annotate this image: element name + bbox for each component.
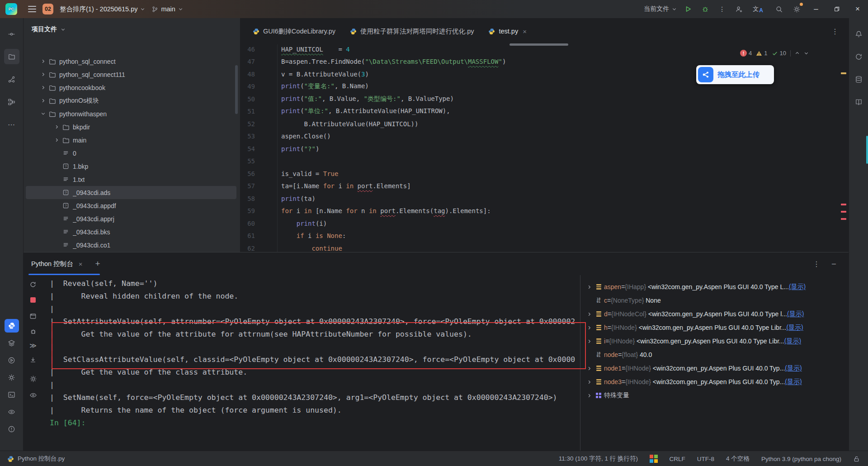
new-console-button[interactable]: +	[95, 259, 100, 269]
tree-item[interactable]: _0943cdi.apprj	[26, 212, 236, 225]
chevron-right-icon[interactable]	[53, 124, 60, 129]
tree-item[interactable]: ?_0943cdi.appdf	[26, 199, 236, 212]
python-packages-icon[interactable]	[5, 336, 19, 350]
passed-count[interactable]: 10	[772, 50, 786, 57]
chevron-down-icon[interactable]	[39, 111, 47, 116]
tab-options-button[interactable]: ⋮	[831, 27, 849, 36]
window-restore-button[interactable]	[826, 0, 847, 18]
chevron-right-icon[interactable]	[53, 138, 60, 143]
show-value-link[interactable]: (显示)	[786, 323, 803, 332]
error-count[interactable]: !4	[740, 50, 752, 57]
variable-row[interactable]: aspen = {IHapp} <win32com.gen_py.Aspen P…	[580, 280, 849, 294]
show-value-link[interactable]: (显示)	[785, 378, 802, 386]
indent-setting[interactable]: 4 个空格	[726, 455, 750, 463]
notifications-bell-icon[interactable]	[851, 26, 867, 42]
chevron-right-icon[interactable]	[585, 366, 593, 371]
editor-tab-1[interactable]: 使用粒子群算法对两塔同时进行优化.py	[343, 18, 481, 44]
run-button[interactable]	[679, 0, 697, 18]
chevron-right-icon[interactable]	[585, 393, 593, 398]
inspections-widget[interactable]: !4 1 10	[740, 50, 809, 57]
chevron-right-icon[interactable]	[39, 59, 47, 64]
console-minimize-icon[interactable]: –	[832, 260, 836, 268]
variable-row[interactable]: 1001c = {NoneType} None	[580, 294, 849, 307]
next-problem-chevron-down-icon[interactable]	[804, 51, 809, 56]
stripe-warning-mark[interactable]	[841, 72, 846, 74]
window-minimize-button[interactable]: –	[806, 0, 826, 18]
chevron-right-icon[interactable]	[585, 325, 593, 330]
more-tool-windows-icon[interactable]: ⋯	[4, 117, 19, 132]
rerun-console-icon[interactable]	[28, 280, 38, 290]
show-value-link[interactable]: (显示)	[787, 310, 804, 318]
terminal-icon[interactable]	[5, 388, 19, 401]
chevron-right-icon[interactable]	[585, 312, 593, 317]
variable-row[interactable]: h = {IHNode} <win32com.gen_py.Aspen Plus…	[580, 321, 849, 334]
chevron-right-icon[interactable]	[585, 339, 593, 344]
console-options-icon[interactable]: ⋮	[813, 260, 820, 268]
prev-problem-chevron-up-icon[interactable]	[795, 51, 800, 56]
upload-overlay-button[interactable]: 拖拽至此上传	[696, 65, 774, 84]
variable-row[interactable]: d = {IHNodeCol} <win32com.gen_py.Aspen P…	[580, 307, 849, 321]
project-selector[interactable]: 整合排序(1) - 20250615.py	[60, 5, 145, 14]
chevron-right-icon[interactable]	[39, 85, 47, 90]
branch-selector[interactable]: main	[151, 5, 183, 13]
show-value-link[interactable]: (显示)	[784, 337, 801, 345]
ai-assistant-icon[interactable]	[851, 49, 867, 64]
caret-position[interactable]: 11:30 (100 字符, 1 行 换行符)	[559, 455, 638, 463]
tree-item[interactable]: pythoncookbook	[26, 81, 236, 94]
open-frame-icon[interactable]	[28, 311, 38, 321]
editor-tab-2[interactable]: test.py×	[481, 18, 533, 44]
code-with-me-button[interactable]	[730, 0, 748, 18]
tree-item[interactable]: ?_0943cdi.ads	[26, 186, 236, 199]
show-value-link[interactable]: (显示)	[789, 283, 806, 291]
interpreter[interactable]: Python 3.9 (python pa chong)	[761, 456, 841, 462]
window-close-button[interactable]: ×	[847, 0, 868, 18]
attach-debugger-icon[interactable]	[28, 326, 38, 336]
tree-item[interactable]: python_sql_connect111	[26, 68, 236, 81]
tree-item[interactable]: ?1.bkp	[26, 160, 236, 173]
search-everywhere-button[interactable]	[770, 0, 788, 18]
show-variables-icon[interactable]	[28, 390, 38, 400]
learn-icon[interactable]	[851, 94, 867, 109]
database-icon[interactable]	[851, 71, 867, 87]
project-panel-header[interactable]: 项目文件	[23, 18, 240, 41]
show-value-link[interactable]: (显示)	[785, 364, 802, 372]
variable-row[interactable]: 1001node = {float} 40.0	[580, 348, 849, 361]
python-console-icon[interactable]	[5, 319, 19, 333]
line-ending[interactable]: CRLF	[670, 456, 685, 462]
tree-item[interactable]: pythonOs模块	[26, 94, 236, 107]
tree-item[interactable]: bkpdir	[26, 120, 236, 133]
console-prompt[interactable]: In [64]:	[50, 417, 580, 429]
variable-row[interactable]: 特殊变量	[580, 389, 849, 402]
tree-item[interactable]: _0943cdi.co1	[26, 238, 236, 252]
stripe-error-mark[interactable]	[841, 211, 846, 213]
variable-row[interactable]: node1 = {IHNode} <win32com.gen_py.Aspen …	[580, 361, 849, 375]
tree-item[interactable]: 0	[26, 147, 236, 160]
variable-row[interactable]: node3 = {IHNode} <win32com.gen_py.Aspen …	[580, 375, 849, 389]
status-file[interactable]: Python 控制台.py	[0, 455, 65, 463]
tree-item[interactable]: python_sql_connect	[26, 55, 236, 68]
project-badge[interactable]: 02	[42, 4, 53, 14]
main-menu-icon[interactable]	[28, 6, 36, 12]
commit-icon[interactable]	[4, 26, 19, 42]
settings-button[interactable]	[788, 0, 806, 18]
translate-button[interactable]: 文A	[748, 0, 770, 18]
encoding[interactable]: UTF-8	[697, 456, 714, 462]
run-config-selector[interactable]: 当前文件	[639, 0, 679, 18]
tree-item[interactable]: main	[26, 133, 236, 147]
pull-requests-icon[interactable]	[4, 71, 19, 87]
tree-item[interactable]: 1.txt	[26, 173, 236, 186]
tree-item[interactable]: pythonwithaspen	[26, 107, 236, 120]
chevron-right-icon[interactable]	[39, 98, 47, 103]
stripe-error-mark[interactable]	[841, 218, 846, 220]
tree-item[interactable]: _0943cdi.bks	[26, 225, 236, 238]
chevron-right-icon[interactable]	[39, 72, 47, 77]
scroll-to-end-icon[interactable]	[28, 355, 38, 365]
execute-selection-icon[interactable]: ≫	[28, 341, 38, 351]
console-settings-icon[interactable]	[28, 374, 38, 384]
warning-count[interactable]: 1	[756, 50, 767, 57]
project-scrollbar[interactable]	[235, 65, 238, 114]
chevron-right-icon[interactable]	[585, 380, 593, 385]
variable-row[interactable]: i = {IHNode} <win32com.gen_py.Aspen Plus…	[580, 334, 849, 348]
settings-sync-icon[interactable]	[5, 371, 19, 384]
project-folder-icon[interactable]	[4, 49, 19, 64]
